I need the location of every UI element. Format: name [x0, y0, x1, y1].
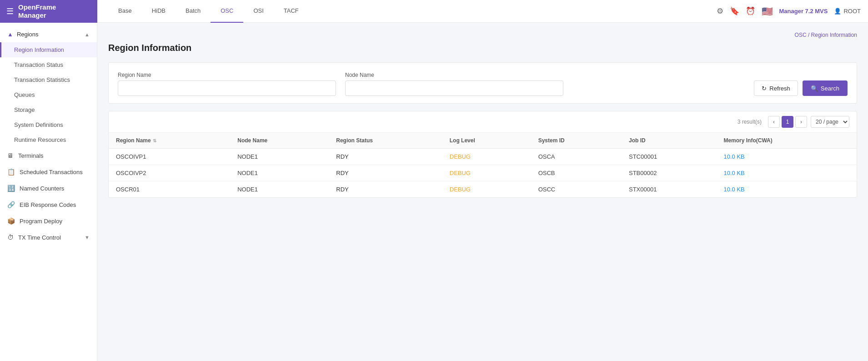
- table-scroll: Region Name⇅Node NameRegion StatusLog Le…: [109, 133, 857, 197]
- sidebar-item-terminals[interactable]: 🖥 Terminals: [0, 147, 97, 164]
- refresh-label: Refresh: [769, 85, 790, 92]
- cell-row1-col0: OSCOIVP2: [109, 165, 230, 181]
- program-deploy-icon: 📦: [7, 217, 15, 225]
- col-header-job-id: Job ID: [622, 133, 716, 149]
- cell-row1-col4: OSCB: [531, 165, 622, 181]
- sidebar-item-region-information[interactable]: Region Information: [0, 42, 97, 57]
- cell-row0-col0: OSCOIVP1: [109, 149, 230, 165]
- sidebar: ▲ Regions ▲ Region InformationTransactio…: [0, 23, 97, 361]
- logo-area: ☰ OpenFrame Manager: [0, 0, 97, 23]
- sidebar-items: Region InformationTransaction StatusTran…: [0, 42, 97, 147]
- page-title: Region Information: [108, 43, 857, 53]
- node-name-input[interactable]: [345, 80, 563, 96]
- breadcrumb-separator: /: [808, 32, 811, 38]
- settings-icon[interactable]: ⚙: [717, 6, 723, 16]
- nav-tab-tacf[interactable]: TACF: [274, 0, 309, 23]
- cell-row1-col3: DEBUG: [442, 165, 531, 181]
- regions-icon: ▲: [7, 31, 13, 38]
- current-page-button[interactable]: 1: [782, 116, 793, 128]
- col-header-memory-info: Memory Info(CWA): [716, 133, 857, 149]
- sidebar-item-queues[interactable]: Queues: [0, 87, 97, 102]
- region-name-input[interactable]: [118, 80, 336, 96]
- search-button[interactable]: 🔍 Search: [803, 80, 848, 96]
- cell-row1-col5: STB00002: [622, 165, 716, 181]
- cell-row1-col6[interactable]: 10.0 KB: [716, 165, 857, 181]
- sort-icon-region-name: ⇅: [153, 138, 156, 143]
- nav-tab-osi[interactable]: OSI: [243, 0, 273, 23]
- refresh-icon: ↻: [762, 85, 767, 92]
- bookmark-icon[interactable]: 🔖: [730, 6, 739, 16]
- col-header-region-name[interactable]: Region Name⇅: [109, 133, 230, 149]
- col-header-node-name: Node Name: [230, 133, 329, 149]
- breadcrumb-parent: OSC: [795, 32, 807, 38]
- next-page-button[interactable]: ›: [795, 116, 807, 128]
- cell-row0-col4: OSCA: [531, 149, 622, 165]
- filter-panel: Region Name Node Name ↻ Refresh 🔍 Search: [108, 62, 857, 104]
- pagination: ‹ 1 ›: [768, 116, 807, 128]
- sidebar-section-regions[interactable]: ▲ Regions ▲: [0, 26, 97, 42]
- sidebar-item-program-deploy[interactable]: 📦 Program Deploy: [0, 213, 97, 229]
- table-row: OSCOIVP1NODE1RDYDEBUGOSCASTC0000110.0 KB: [109, 149, 857, 165]
- table-header: Region Name⇅Node NameRegion StatusLog Le…: [109, 133, 857, 149]
- cell-row2-col4: OSCC: [531, 181, 622, 198]
- logo-text: OpenFrame Manager: [18, 3, 56, 20]
- cell-row2-col0: OSCR01: [109, 181, 230, 198]
- col-header-log-level: Log Level: [442, 133, 531, 149]
- sidebar-item-tx-time-control[interactable]: ⏱ TX Time Control ▼: [0, 229, 97, 246]
- cell-row2-col3: DEBUG: [442, 181, 531, 198]
- sidebar-item-transaction-status[interactable]: Transaction Status: [0, 57, 97, 72]
- tx-time-control-icon: ⏱: [7, 234, 14, 241]
- nav-tab-osc[interactable]: OSC: [211, 0, 243, 23]
- top-nav: ☰ OpenFrame Manager BaseHiDBBatchOSCOSIT…: [0, 0, 868, 23]
- table-body: OSCOIVP1NODE1RDYDEBUGOSCASTC0000110.0 KB…: [109, 149, 857, 198]
- nav-tab-base[interactable]: Base: [108, 0, 142, 23]
- cell-row0-col6[interactable]: 10.0 KB: [716, 149, 857, 165]
- user-area[interactable]: 👤 ROOT: [834, 8, 861, 15]
- manager-label: Manager 7.2 MVS: [779, 8, 828, 15]
- tx-chevron-icon: ▼: [85, 235, 90, 240]
- hamburger-icon[interactable]: ☰: [6, 6, 14, 16]
- node-name-field: Node Name: [345, 72, 563, 96]
- sidebar-item-storage[interactable]: Storage: [0, 102, 97, 117]
- cell-row1-col2: RDY: [329, 165, 442, 181]
- node-name-label: Node Name: [345, 72, 563, 78]
- filter-row: Region Name Node Name ↻ Refresh 🔍 Search: [118, 72, 848, 96]
- col-header-region-status: Region Status: [329, 133, 442, 149]
- sidebar-group-label-tx-time-control: TX Time Control: [18, 234, 61, 241]
- col-header-system-id: System ID: [531, 133, 622, 149]
- flag-icon[interactable]: 🇺🇸: [762, 6, 773, 17]
- user-icon: 👤: [834, 8, 841, 15]
- main-content: OSC / Region Information Region Informat…: [97, 23, 868, 361]
- cell-row2-col1: NODE1: [230, 181, 329, 198]
- sidebar-item-named-counters[interactable]: 🔢 Named Counters: [0, 180, 97, 196]
- nav-tab-batch[interactable]: Batch: [176, 0, 211, 23]
- search-icon: 🔍: [811, 85, 818, 92]
- refresh-button[interactable]: ↻ Refresh: [754, 80, 798, 96]
- page-size-select[interactable]: 20 / page: [811, 116, 849, 128]
- cell-row0-col1: NODE1: [230, 149, 329, 165]
- sidebar-item-runtime-resources[interactable]: Runtime Resources: [0, 132, 97, 147]
- main-nav-tabs: BaseHiDBBatchOSCOSITACF: [108, 0, 309, 23]
- terminals-icon: 🖥: [7, 152, 14, 159]
- sidebar-item-eib-response-codes[interactable]: 🔗 EIB Response Codes: [0, 196, 97, 213]
- search-label: Search: [821, 85, 839, 92]
- table-row: OSCOIVP2NODE1RDYDEBUGOSCBSTB0000210.0 KB: [109, 165, 857, 181]
- sidebar-item-transaction-statistics[interactable]: Transaction Statistics: [0, 72, 97, 87]
- cell-row1-col1: NODE1: [230, 165, 329, 181]
- table-row: OSCR01NODE1RDYDEBUGOSCCSTX0000110.0 KB: [109, 181, 857, 198]
- nav-tab-hidb[interactable]: HiDB: [142, 0, 176, 23]
- region-name-label: Region Name: [118, 72, 336, 78]
- sidebar-group-label-eib-response-codes: EIB Response Codes: [20, 201, 76, 208]
- sidebar-group-label-scheduled-transactions: Scheduled Transactions: [20, 169, 83, 175]
- cell-row2-col5: STX00001: [622, 181, 716, 198]
- sidebar-item-system-definitions[interactable]: System Definitions: [0, 117, 97, 132]
- region-name-field: Region Name: [118, 72, 336, 96]
- sidebar-group-label-terminals: Terminals: [18, 152, 44, 159]
- result-count: 3 result(s): [738, 119, 762, 125]
- sidebar-item-scheduled-transactions[interactable]: 📋 Scheduled Transactions: [0, 164, 97, 180]
- prev-page-button[interactable]: ‹: [768, 116, 780, 128]
- clock-icon[interactable]: ⏰: [746, 6, 755, 16]
- cell-row2-col6[interactable]: 10.0 KB: [716, 181, 857, 198]
- breadcrumb-current: Region Information: [811, 32, 857, 38]
- regions-chevron-icon: ▲: [85, 32, 90, 37]
